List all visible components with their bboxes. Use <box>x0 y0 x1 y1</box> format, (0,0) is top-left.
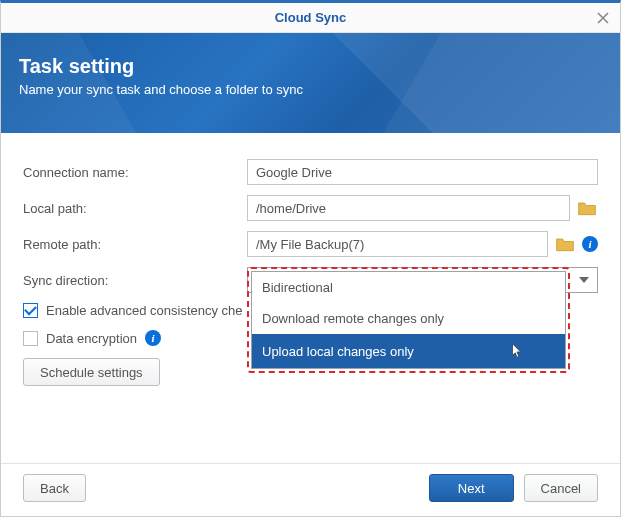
connection-name-input[interactable] <box>247 159 598 185</box>
window-title: Cloud Sync <box>275 10 347 25</box>
next-button[interactable]: Next <box>429 474 514 502</box>
folder-icon[interactable] <box>554 233 576 255</box>
data-encryption-label: Data encryption <box>46 331 137 346</box>
cloud-sync-window: Cloud Sync Task setting Name your sync t… <box>0 0 621 517</box>
remote-path-label: Remote path: <box>23 237 247 252</box>
sync-direction-label: Sync direction: <box>23 273 247 288</box>
local-path-label: Local path: <box>23 201 247 216</box>
dropdown-option-upload-label: Upload local changes only <box>262 344 414 359</box>
local-path-input[interactable] <box>247 195 570 221</box>
schedule-settings-button[interactable]: Schedule settings <box>23 358 160 386</box>
cursor-icon <box>509 342 525 360</box>
sync-direction-dropdown: Bidirectional Download remote changes on… <box>247 267 570 373</box>
cancel-button[interactable]: Cancel <box>524 474 598 502</box>
close-icon[interactable] <box>594 9 612 27</box>
header-title: Task setting <box>19 55 602 78</box>
enable-consistency-label: Enable advanced consistency che <box>46 303 243 318</box>
header-subtitle: Name your sync task and choose a folder … <box>19 82 602 97</box>
dropdown-option-upload[interactable]: Upload local changes only <box>252 334 565 368</box>
wizard-header: Task setting Name your sync task and cho… <box>1 33 620 133</box>
dropdown-option-bidirectional[interactable]: Bidirectional <box>252 272 565 303</box>
footer: Back Next Cancel <box>1 463 620 516</box>
folder-icon[interactable] <box>576 197 598 219</box>
info-icon[interactable]: i <box>582 236 598 252</box>
info-icon[interactable]: i <box>145 330 161 346</box>
connection-name-label: Connection name: <box>23 165 247 180</box>
back-button[interactable]: Back <box>23 474 86 502</box>
dropdown-option-download[interactable]: Download remote changes only <box>252 303 565 334</box>
chevron-down-icon <box>579 277 589 283</box>
data-encryption-checkbox[interactable] <box>23 331 38 346</box>
enable-consistency-checkbox[interactable] <box>23 303 38 318</box>
form-body: Connection name: Local path: Remote path… <box>1 133 620 463</box>
remote-path-input[interactable] <box>247 231 548 257</box>
titlebar: Cloud Sync <box>1 3 620 33</box>
